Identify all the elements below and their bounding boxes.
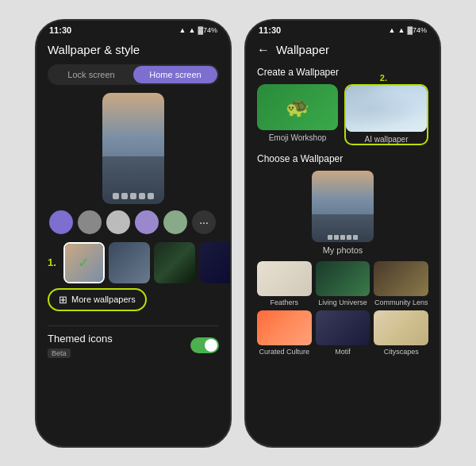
choose-preview [312,171,374,242]
my-photos-label: My photos [257,245,428,255]
grid-item-cityscapes[interactable]: Cityscapes [374,310,428,356]
phone2-title: Wallpaper [276,43,329,56]
phone-2: 11:30 ▲ ▲ ▓74% ← Wallpaper Create a Wall… [244,19,441,448]
mini-icon-2 [121,193,128,199]
more-wallpapers-label: More wallpapers [71,295,136,304]
curated-culture-label: Curated Culture [257,348,312,356]
status-icons-1: ▲ ▲ ▓74% [179,26,217,34]
status-time-2: 11:30 [259,25,281,35]
emoji-workshop-label: Emoji Workshop [257,133,338,142]
cityscapes-thumb [374,310,428,345]
back-button[interactable]: ← [257,43,270,57]
thumb-3[interactable] [154,242,195,283]
tab-bar: Lock screen Home screen [48,64,219,85]
tab-lock-screen[interactable]: Lock screen [49,66,133,83]
swatch-lavender[interactable] [135,210,159,234]
mini-sq-4 [347,235,351,240]
phone2-header: ← Wallpaper [257,43,428,57]
ai-wallpaper-bg [346,86,427,132]
preview-icons-row [113,193,154,199]
motif-label: Motif [316,348,370,356]
annotation-1-label: 1. [48,256,56,268]
thumb-inner-4 [199,242,232,283]
swatch-light-gray[interactable] [106,210,130,234]
ai-wallpaper-label: AI wallpaper [346,135,427,144]
mini-sq-3 [340,235,345,240]
mini-icons-row [328,235,358,240]
color-swatches: ··· [48,210,219,234]
status-bar-2: 11:30 ▲ ▲ ▓74% [246,21,440,37]
annotation-2-label: 2. [380,73,387,83]
cityscapes-label: Cityscapes [374,348,428,356]
mini-sq-1 [328,235,332,240]
emoji-workshop-card[interactable]: 🐢 Emoji Workshop [257,84,338,145]
status-time-1: 11:30 [49,25,71,35]
themed-icons-toggle[interactable] [190,337,219,353]
thumb-inner-1: ✓ [65,244,103,282]
ai-art-decoration [346,86,427,132]
tab-home-screen[interactable]: Home screen [133,66,217,83]
status-icons-2: ▲ ▲ ▓74% [389,26,427,34]
themed-icons-label: Themed icons [48,333,113,345]
phone2-main: ← Wallpaper Create a Wallpaper 2. 🐢 Emoj… [246,37,440,366]
themed-icons-row: Themed icons Beta [48,325,219,365]
ai-wallpaper-card[interactable]: AI wallpaper [344,84,428,145]
motif-thumb [316,310,370,345]
swatch-more-button[interactable]: ··· [192,210,216,234]
thumb-inner-3 [154,242,195,283]
mini-icon-4 [139,193,145,199]
community-lens-thumb [374,261,428,296]
swatch-purple[interactable] [49,210,73,234]
grid-item-motif[interactable]: Motif [316,310,370,356]
status-bar-1: 11:30 ▲ ▲ ▓74% [36,21,230,37]
thumb-4[interactable] [199,242,232,283]
living-universe-thumb [316,261,370,296]
mini-icon-5 [148,193,154,199]
phone-1: 11:30 ▲ ▲ ▓74% Wallpaper & style Lock sc… [35,19,232,448]
preview-phone-inner [102,156,164,204]
thumb-inner-2 [109,242,150,283]
mini-icon-1 [113,193,119,199]
living-universe-label: Living Universe [316,298,370,306]
choose-preview-bottom [312,214,374,242]
signal-icon-2: ▲ [389,26,396,34]
wifi-icon: ▲ [189,26,196,34]
feathers-thumb [257,261,312,296]
thumb-1[interactable]: ✓ [63,242,105,283]
emoji-workshop-bg: 🐢 [257,84,338,130]
feathers-label: Feathers [257,298,312,306]
more-wallpapers-button[interactable]: ⊞ More wallpapers [48,288,147,311]
community-lens-label: Community Lens [374,298,428,306]
swatch-green[interactable] [163,210,187,234]
more-wallpapers-icon: ⊞ [59,294,67,306]
mini-sq-2 [334,235,339,240]
wallpaper-grid: Feathers Living Universe Community Lens … [257,261,428,356]
grid-item-feathers[interactable]: Feathers [257,261,312,306]
signal-icon: ▲ [179,26,186,34]
choose-section: Choose a Wallpaper My photos [257,153,428,255]
mini-icon-3 [130,193,136,199]
choose-section-title: Choose a Wallpaper [257,153,428,164]
themed-icons-text-group: Themed icons Beta [48,333,113,359]
phone1-main: Wallpaper & style Lock screen Home scree… [36,37,230,372]
create-section-title: Create a Wallpaper [257,67,428,78]
wifi-icon-2: ▲ [398,26,405,34]
battery-icon-2: ▓74% [407,26,427,34]
grid-item-curated-culture[interactable]: Curated Culture [257,310,312,356]
thumb-2[interactable] [109,242,150,283]
battery-icon: ▓74% [198,26,217,34]
curated-culture-thumb [257,310,312,345]
grid-item-community-lens[interactable]: Community Lens [374,261,428,306]
mini-sq-5 [353,235,358,240]
grid-item-living-universe[interactable]: Living Universe [316,261,370,306]
wallpaper-thumbs: 1. ✓ [48,242,219,283]
beta-badge: Beta [48,349,71,358]
preview-phone [102,93,164,204]
phone1-title: Wallpaper & style [48,43,219,56]
swatch-gray[interactable] [78,210,102,234]
